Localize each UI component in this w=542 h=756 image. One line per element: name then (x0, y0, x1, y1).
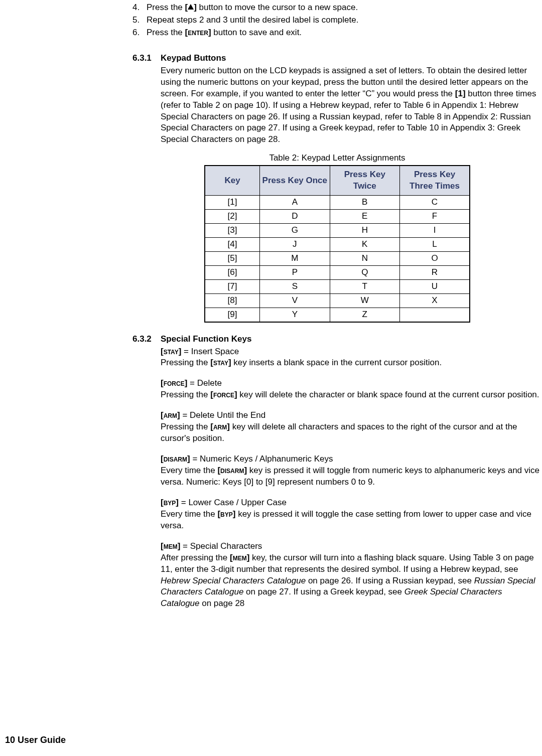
table-cell: D (260, 210, 330, 224)
col-once: Press Key Once (260, 166, 330, 195)
keypad-letter-table: Key Press Key Once Press Key Twice Press… (204, 165, 470, 322)
disarm-key-inline: [disarm] (217, 466, 247, 475)
table-row: [6]PQR (205, 265, 470, 279)
steps-list: 4. Press the [] button to move the curso… (132, 2, 542, 39)
fn-key-desc: Pressing the [stay] key inserts a blank … (161, 357, 542, 369)
step-text-pre: Press the (147, 3, 185, 12)
table-cell: [4] (205, 237, 260, 251)
table-cell: [1] (205, 196, 260, 210)
enter-key: [enter] (185, 28, 211, 37)
table-cell: X (400, 293, 470, 308)
table-row: [5]MNO (205, 251, 470, 265)
up-arrow-key: [] (185, 3, 197, 12)
arm-key-inline: [arm] (210, 422, 230, 431)
mem-key: [mem] (161, 541, 180, 551)
section-631-body: Every numeric button on the LCD keypads … (161, 65, 542, 146)
byp-key: [byp] (161, 498, 179, 507)
section-631-heading: 6.3.1Keypad Buttons (132, 53, 542, 64)
stay-key-inline: [stay] (210, 358, 231, 367)
fn-key-desc: Every time the [byp] key is pressed it w… (161, 509, 542, 532)
table-cell: [9] (205, 308, 260, 322)
fn-key-eq: = Delete Until the End (180, 410, 266, 420)
table-cell: [5] (205, 251, 260, 265)
table-cell: M (260, 251, 330, 265)
byp-key-inline: [byp] (217, 509, 235, 519)
table-cell: A (260, 196, 330, 210)
fn-key-desc: Every time the [disarm] key is pressed i… (161, 465, 542, 488)
section-number: 6.3.2 (132, 334, 161, 345)
table-cell: V (260, 293, 330, 308)
fn-key-title: [arm] = Delete Until the End (161, 410, 542, 421)
fn-key-block: [force] = DeletePressing the [force] key… (161, 378, 542, 401)
table-cell: I (400, 224, 470, 238)
triangle-up-icon (188, 4, 194, 10)
page-content: 4. Press the [] button to move the curso… (132, 0, 542, 610)
fn-key-eq: = Insert Space (181, 347, 239, 356)
disarm-key: [disarm] (161, 454, 190, 464)
fn-key-desc: Pressing the [arm] key will delete all c… (161, 421, 542, 444)
fn-key-block: [stay] = Insert SpacePressing the [stay]… (161, 346, 542, 369)
fn-key-eq: = Numeric Keys / Alphanumeric Keys (190, 454, 333, 464)
step-number: 5. (132, 15, 140, 26)
page-footer: 10 User Guide (5, 734, 66, 746)
table-cell: K (330, 237, 399, 251)
table-cell: F (400, 210, 470, 224)
fn-key-title: [stay] = Insert Space (161, 346, 542, 358)
table-header-row: Key Press Key Once Press Key Twice Press… (205, 166, 470, 195)
force-key: [force] (161, 378, 187, 388)
table-cell: [8] (205, 293, 260, 308)
col-twice: Press Key Twice (330, 166, 399, 195)
fn-key-block: [byp] = Lower Case / Upper CaseEvery tim… (161, 497, 542, 532)
table-cell: C (400, 196, 470, 210)
stay-key: [stay] (161, 347, 181, 356)
table-cell: S (260, 279, 330, 293)
step-4: 4. Press the [] button to move the curso… (132, 2, 542, 14)
table-cell: P (260, 265, 330, 279)
section-title: Keypad Buttons (161, 53, 226, 63)
fn-key-desc: Pressing the [force] key will delete the… (161, 389, 542, 401)
table-cell: U (400, 279, 470, 293)
table-cell: E (330, 210, 399, 224)
fn-key-eq: = Lower Case / Upper Case (179, 498, 287, 507)
key-1: [1] (455, 89, 466, 98)
step-5: 5. Repeat steps 2 and 3 until the desire… (132, 15, 542, 26)
section-title: Special Function Keys (161, 334, 251, 344)
step-text-post: button to move the cursor to a new space… (197, 3, 358, 12)
arm-key: [arm] (161, 410, 180, 420)
table-cell: [7] (205, 279, 260, 293)
fn-key-eq: = Delete (187, 378, 222, 388)
col-three: Press Key Three Times (400, 166, 470, 195)
table-cell: Y (260, 308, 330, 322)
table-cell: R (400, 265, 470, 279)
step-number: 4. (132, 2, 140, 14)
fn-key-block: [disarm] = Numeric Keys / Alphanumeric K… (161, 453, 542, 488)
step-text-pre: Press the (147, 28, 185, 37)
section-632-heading: 6.3.2Special Function Keys (132, 334, 542, 345)
step-text: Repeat steps 2 and 3 until the desired l… (147, 15, 358, 25)
step-text-post: button to save and exit. (211, 28, 302, 37)
table-cell: G (260, 224, 330, 238)
table-row: [7]STU (205, 279, 470, 293)
table-cell: N (330, 251, 399, 265)
table-cell: [2] (205, 210, 260, 224)
table-cell: J (260, 237, 330, 251)
table-cell: [6] (205, 265, 260, 279)
fn-key-desc: After pressing the [mem] key, the cursor… (161, 552, 542, 610)
fn-key-title: [mem] = Special Characters (161, 541, 542, 552)
table-cell: B (330, 196, 399, 210)
table-row: [4]JKL (205, 237, 470, 251)
step-number: 6. (132, 27, 140, 39)
table-cell: [3] (205, 224, 260, 238)
table-cell: H (330, 224, 399, 238)
col-key: Key (205, 166, 260, 195)
section-632-body: [stay] = Insert SpacePressing the [stay]… (161, 346, 542, 610)
fn-key-mem: [mem] = Special Characters After pressin… (161, 541, 542, 610)
table-cell (400, 308, 470, 322)
table-cell: Z (330, 308, 399, 322)
table-cell: L (400, 237, 470, 251)
fn-key-title: [disarm] = Numeric Keys / Alphanumeric K… (161, 453, 542, 465)
fn-key-title: [force] = Delete (161, 378, 542, 389)
fn-key-block: [arm] = Delete Until the EndPressing the… (161, 410, 542, 444)
table-row: [3]GHI (205, 224, 470, 238)
table-cell: T (330, 279, 399, 293)
